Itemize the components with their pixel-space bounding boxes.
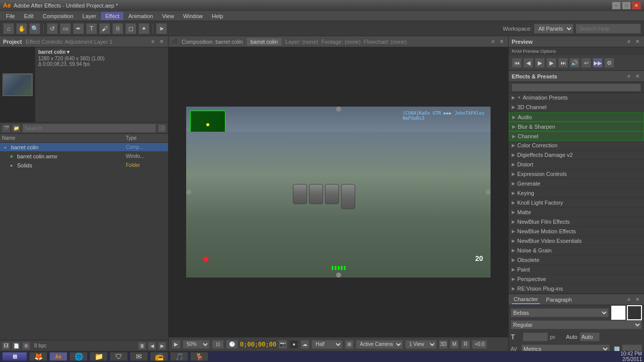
menu-window[interactable]: Window <box>179 12 207 20</box>
project-interpret-btn[interactable]: 🎞 <box>2 342 10 350</box>
fill-color-swatch[interactable] <box>611 305 626 320</box>
menu-animation[interactable]: Animation <box>124 12 157 20</box>
menu-effect[interactable]: Effect <box>101 12 123 20</box>
panel-close-btn[interactable]: ✕ <box>158 38 165 45</box>
project-settings-btn[interactable]: ⚙ <box>22 342 30 350</box>
taskbar-mail[interactable]: ✉ <box>130 352 148 361</box>
comp-resolution-select[interactable]: Half Full Quarter <box>311 340 343 349</box>
stroke-color-swatch[interactable] <box>627 305 642 320</box>
effects-cat-re-vision-plug-ins[interactable]: ▶RE:Vision Plug-ins <box>509 284 644 294</box>
menu-composition[interactable]: Composition <box>39 12 77 20</box>
project-arrow2-btn[interactable]: ▶ <box>158 342 166 350</box>
new-folder-btn[interactable]: 📁 <box>12 124 20 132</box>
comp-render-btn[interactable]: R <box>461 340 470 349</box>
comp-alpha-btn[interactable]: ● <box>289 340 298 349</box>
comp-panel-close[interactable]: ✕ <box>498 38 505 45</box>
title-bar-controls[interactable]: ─ □ ✕ <box>612 2 641 10</box>
taskbar-app9[interactable]: 🦌 <box>190 352 208 361</box>
comp-bg-btn[interactable]: ☁ <box>300 340 309 349</box>
comp-view-select[interactable]: Active Camera <box>356 340 403 349</box>
comp-view-count-select[interactable]: 1 View 2 Views <box>405 340 437 349</box>
paragraph-tab[interactable]: Paragraph <box>544 296 574 304</box>
effects-cat-newblue-video-essentials[interactable]: ▶NewBlue Video Essentials <box>509 236 644 246</box>
effects-cat-obsolete[interactable]: ▶Obsolete <box>509 255 644 265</box>
comp-handle-right[interactable] <box>486 190 491 195</box>
search-help-input[interactable] <box>576 24 641 34</box>
comp-motion-btn[interactable]: M <box>450 340 459 349</box>
project-new-btn[interactable]: 📄 <box>12 342 20 350</box>
taskbar-ae[interactable]: Ae <box>49 352 67 361</box>
comp-handle-top[interactable] <box>336 107 341 112</box>
menu-view[interactable]: View <box>158 12 178 20</box>
minimize-button[interactable]: ─ <box>612 2 621 10</box>
effects-cat-paint[interactable]: ▶Paint <box>509 265 644 275</box>
menu-edit[interactable]: Edit <box>20 12 38 20</box>
preview-loop-btn[interactable]: ↩ <box>581 58 591 68</box>
char-close-btn[interactable]: ✕ <box>634 296 641 303</box>
character-tab[interactable]: Character <box>512 295 540 304</box>
project-trash-btn[interactable]: 🗑 <box>138 342 146 350</box>
menu-file[interactable]: File <box>2 12 19 20</box>
font-name-select[interactable]: Bebas <box>511 308 609 317</box>
preview-settings-btn[interactable]: ⚙ <box>604 58 614 68</box>
start-button[interactable]: ⊞ <box>2 352 27 361</box>
new-comp-btn[interactable]: 🎬 <box>2 124 10 132</box>
project-item-barret-colin[interactable]: ▸ barret colin Comp... <box>0 143 168 152</box>
comp-handle-left[interactable] <box>186 190 191 195</box>
taskbar-itunes[interactable]: 🎵 <box>170 352 188 361</box>
font-style-select[interactable]: Regular Bold Italic <box>511 320 642 329</box>
misc-tool[interactable]: ➤ <box>156 23 167 34</box>
eraser-tool[interactable]: ◻ <box>125 23 136 34</box>
text-tool[interactable]: T <box>86 23 97 34</box>
preview-ram-play-btn[interactable]: ▶▶ <box>593 58 603 68</box>
effects-menu-btn[interactable]: ≡ <box>626 73 632 79</box>
comp-tab[interactable]: barret colin <box>246 37 282 46</box>
effects-cat-channel[interactable]: ▶Channel <box>509 131 644 141</box>
effects-cat-blur---sharpen[interactable]: ▶Blur & Sharpen <box>509 122 644 131</box>
preview-close-btn[interactable]: ✕ <box>634 38 641 45</box>
effects-cat-newblue-film-effects[interactable]: ▶NewBlue Film Effects <box>509 217 644 227</box>
taskbar-ie[interactable]: 🌐 <box>69 352 88 361</box>
effects-cat-color-correction[interactable]: ▶Color Correction <box>509 141 644 150</box>
comp-zoom-select[interactable]: 50% 100% 25% <box>183 340 210 349</box>
preview-first-btn[interactable]: ⏮ <box>512 58 522 68</box>
home-tool[interactable]: ⌂ <box>3 23 14 34</box>
taskbar-firefox[interactable]: 🦊 <box>29 352 47 361</box>
comp-grid-btn[interactable]: ⊞ <box>345 340 354 349</box>
close-button[interactable]: ✕ <box>632 2 641 10</box>
brush-tool[interactable]: 🖌 <box>99 23 110 34</box>
effect-controls-tab[interactable]: Effect Controls: Adjustment Layer 1 <box>26 39 112 45</box>
rect-tool[interactable]: ▭ <box>60 23 71 34</box>
clone-tool[interactable]: ⎘ <box>112 23 123 34</box>
effects-cat-3d-channel[interactable]: ▶3D Channel <box>509 103 644 112</box>
font-size-input[interactable]: 100 <box>523 332 548 341</box>
effects-cat-knoll-light-factory[interactable]: ▶Knoll Light Factory <box>509 198 644 208</box>
workspace-select[interactable]: All Panels <box>534 24 574 34</box>
project-search-input[interactable] <box>22 124 156 133</box>
hand-tool[interactable]: ✋ <box>16 23 27 34</box>
menu-layer[interactable]: Layer <box>78 12 101 20</box>
maximize-button[interactable]: □ <box>622 2 631 10</box>
preview-prev-btn[interactable]: ◀ <box>523 58 533 68</box>
effects-cat-noise---grain[interactable]: ▶Noise & Grain <box>509 246 644 255</box>
effects-cat-newblue-motion-effects[interactable]: ▶NewBlue Motion Effects <box>509 227 644 236</box>
effects-cat-generate[interactable]: ▶Generate <box>509 179 644 189</box>
taskbar-shield[interactable]: 🛡 <box>110 352 128 361</box>
effects-cat-animation-presets[interactable]: ▶✦ Animation Presets <box>509 93 644 103</box>
comp-panel-menu[interactable]: ≡ <box>490 38 496 45</box>
effects-cat-digieffects-damage-v2[interactable]: ▶Digieffects Damage v2 <box>509 150 644 160</box>
preview-audio-btn[interactable]: 🔊 <box>570 58 580 68</box>
comp-3d-btn[interactable]: 3D <box>439 340 448 349</box>
taskbar-media[interactable]: 📻 <box>150 352 168 361</box>
leading-input[interactable] <box>580 332 600 341</box>
project-arrow-btn[interactable]: ◀ <box>148 342 156 350</box>
project-tab[interactable]: Project <box>3 39 22 45</box>
comp-resize-btn[interactable]: ⊡ <box>212 340 224 349</box>
taskbar-explorer[interactable]: 📁 <box>90 352 108 361</box>
panel-menu-btn[interactable]: ≡ <box>150 38 156 45</box>
project-item-solids[interactable]: ▸ Solids Folder <box>0 161 168 170</box>
char-menu-btn[interactable]: ≡ <box>626 296 632 303</box>
comp-exposure-btn[interactable]: +0.0 <box>472 340 487 349</box>
project-flow-btn[interactable]: ⋮ <box>158 124 166 132</box>
comp-play-btn[interactable]: ▶ <box>172 340 181 349</box>
